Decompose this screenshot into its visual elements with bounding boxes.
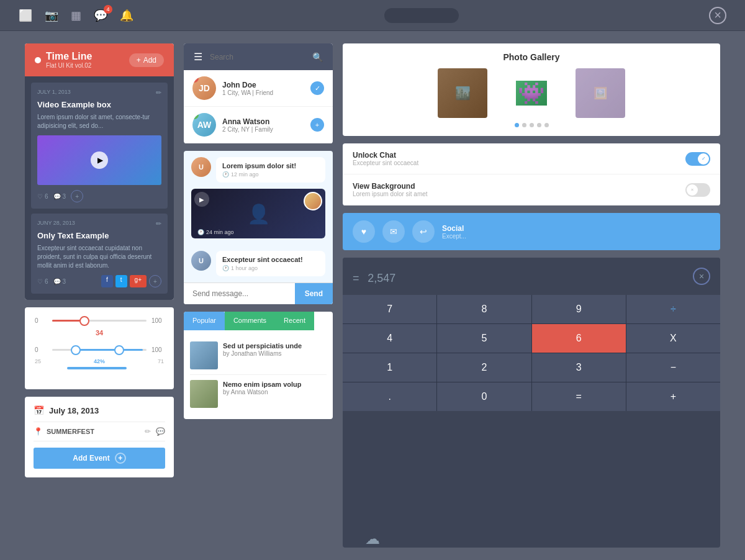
tab-post-title-1: Sed ut perspiciatis unde [223,341,327,350]
hamburger-icon[interactable]: ☰ [194,51,202,63]
location-icon: 📍 [34,427,43,436]
search-input[interactable] [210,53,305,61]
comment-location-icon[interactable]: 💬 [156,427,165,436]
calc-btn-7[interactable]: 7 [343,295,436,323]
slider-1-track[interactable] [52,320,147,322]
display-value: 2,547 [368,272,395,284]
chat-message-1: U Lorem ipsum dolor sit! 🕐 12 min ago [184,151,333,189]
contact-sub-anna: 2 City, NY | Family [222,126,304,133]
like-button[interactable]: ♡ 6 [37,193,48,200]
slider-1-thumb[interactable] [79,316,89,326]
camera-icon[interactable]: 📷 [45,9,58,22]
column-right: Photo Gallery 🏙️ 👾 🖼️ [343,43,720,548]
calc-btn-1[interactable]: 1 [343,353,436,382]
contact-check-john[interactable]: ✓ [310,81,324,95]
slider-2-thumb-left[interactable] [71,345,81,355]
calculator-icon[interactable]: ▦ [71,9,81,22]
chat-message-2: U Excepteur sint occaecat! 🕐 1 hour ago [184,245,333,282]
calculator-result: = 2,547 [353,266,399,286]
mail-button[interactable]: ✉ [382,220,405,243]
twitter-button[interactable]: t [115,275,127,287]
send-area: Send [184,282,333,304]
add-button[interactable]: + Add [129,53,164,67]
social-buttons: f t g+ + [101,275,161,287]
calc-btn-3[interactable]: 3 [532,353,626,382]
contact-plus-anna[interactable]: + [310,118,324,132]
play-button[interactable]: ▶ [91,151,108,169]
add-event-button[interactable]: Add Event + [34,448,165,469]
dot-2[interactable] [522,123,526,127]
video-thumbnail[interactable]: ▶ [37,135,161,185]
gallery-photo-main[interactable]: 👾 [491,68,572,118]
edit-location-icon[interactable]: ✏ [145,427,151,436]
plus-icon: + [137,56,141,65]
toggle-background[interactable]: × [685,183,710,197]
facebook-button[interactable]: f [101,275,113,287]
send-button[interactable]: Send [295,283,333,304]
slider-1-min: 0 [35,317,47,324]
top-bar-window-handle [384,8,459,23]
timeline-items: JULY 1, 2013 ✏ Video Example box Lorem i… [25,76,174,300]
calc-btn-0[interactable]: 0 [437,382,531,411]
edit-icon[interactable]: ✏ [156,89,161,97]
comment-button[interactable]: 💬 3 [53,193,66,200]
search-icon[interactable]: 🔍 [312,52,323,62]
calc-btn-9[interactable]: 9 [532,295,626,323]
chat-video-message[interactable]: 👤 🕐 24 min ago ▶ [191,189,325,238]
dot-3[interactable] [530,123,534,127]
calc-btn-divide[interactable]: ÷ [626,295,720,323]
tab-comments[interactable]: Comments [225,312,275,330]
gallery-photo-right[interactable]: 🖼️ [576,68,625,118]
calc-btn-multiply[interactable]: X [626,324,720,353]
calc-btn-equals[interactable]: = [532,382,626,411]
gallery-photo-left[interactable]: 🏙️ [438,68,487,118]
dot-4[interactable] [537,123,541,127]
calc-btn-decimal[interactable]: . [343,382,436,411]
comment-button-2[interactable]: 💬 3 [53,278,66,285]
monster-emoji: 👾 [518,81,545,106]
message-icon[interactable]: 💬 4 [94,9,107,22]
dot-5[interactable] [544,123,549,127]
timeline-item-text: Lorem ipsum dolor sit amet, consecte-tur… [37,113,161,130]
settings-card: Unlock Chat Excepteur sint occaecat ✓ Vi… [343,143,720,205]
slider-2-thumb-right[interactable] [114,345,124,355]
tab-recent[interactable]: Recent [275,312,314,330]
calculator-clear[interactable]: × [693,268,710,285]
slider-2-range-labels: 25 42% 71 [35,358,164,364]
calc-btn-6[interactable]: 6 [532,324,626,353]
calc-btn-plus[interactable]: + [626,382,720,411]
edit-icon-2[interactable]: ✏ [156,220,161,228]
calc-btn-2[interactable]: 2 [437,353,531,382]
timeline-header: Time Line Flat UI Kit vol.02 + Add [25,43,174,76]
tab-post-1: Sed ut perspiciatis unde by Jonathan Wil… [190,336,327,375]
heart-button[interactable]: ♥ [353,220,375,243]
contacts-header: ☰ 🔍 [184,43,333,70]
googleplus-button[interactable]: g+ [130,275,147,287]
calc-btn-5[interactable]: 5 [437,324,531,353]
toggle-knob-unlock: ✓ [698,153,709,165]
social-text-area: Social Except... [442,224,466,240]
bell-icon[interactable]: 🔔 [120,9,133,22]
timeline-card: Time Line Flat UI Kit vol.02 + Add JULY … [25,43,174,300]
reply-button[interactable]: ↩ [412,220,435,243]
calculator-card: = 2,547 × 7 8 9 ÷ 4 5 6 X 1 2 3 − [343,258,720,548]
tablet-icon[interactable]: ⬜ [19,9,32,22]
more-button-2[interactable]: + [149,275,161,287]
setting-info-background: View Background Lorem ipsum dolor sit am… [353,182,428,197]
tab-popular[interactable]: Popular [184,312,225,330]
calculator-buttons: 7 8 9 ÷ 4 5 6 X 1 2 3 − . 0 = + [343,295,720,411]
close-button[interactable]: × [709,7,726,24]
dot-1[interactable] [515,123,519,127]
like-button-2[interactable]: ♡ 6 [37,278,48,285]
toggle-unlock[interactable]: ✓ [685,152,710,166]
more-button[interactable]: + [71,190,83,202]
calc-btn-8[interactable]: 8 [437,295,531,323]
calc-btn-4[interactable]: 4 [343,324,436,353]
slider-1-row: 0 100 [35,317,164,324]
send-input[interactable] [184,283,295,304]
chat-avatar-1: U [191,157,211,177]
calc-btn-minus[interactable]: − [626,353,720,382]
video-play-button[interactable]: ▶ [194,192,209,207]
location-actions: ✏ 💬 [145,427,165,436]
slider-2-track[interactable] [52,349,147,351]
